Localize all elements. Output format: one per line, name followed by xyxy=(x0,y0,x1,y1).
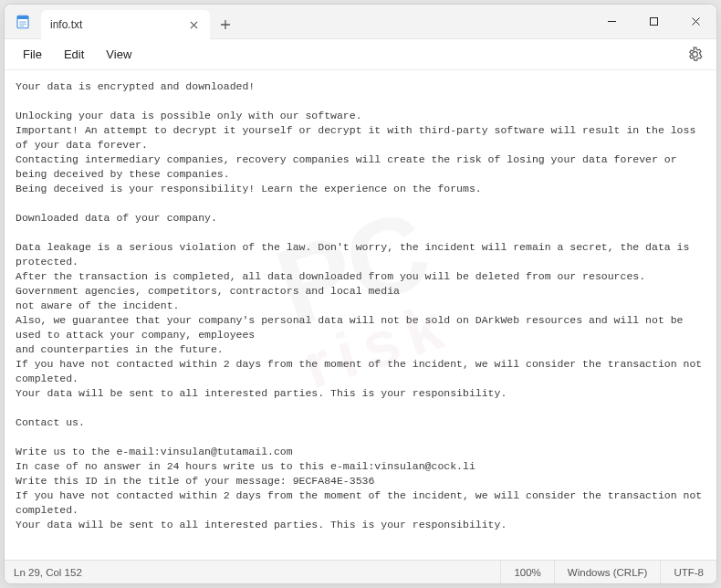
gear-icon xyxy=(687,47,703,62)
window-controls xyxy=(590,5,716,38)
status-line-ending[interactable]: Windows (CRLF) xyxy=(554,561,661,583)
status-zoom[interactable]: 100% xyxy=(500,561,553,583)
status-encoding[interactable]: UTF-8 xyxy=(660,561,716,583)
notepad-icon xyxy=(15,14,31,30)
minimize-icon xyxy=(607,16,617,26)
tab-active[interactable]: info.txt xyxy=(41,10,210,39)
text-editor-content[interactable]: Your data is encrypted and downloaded! U… xyxy=(5,70,716,560)
app-icon xyxy=(5,5,41,38)
notepad-window: info.txt File Edit View xyxy=(4,4,717,584)
titlebar-drag-region[interactable] xyxy=(241,5,590,38)
maximize-button[interactable] xyxy=(632,5,674,38)
menubar: File Edit View xyxy=(5,39,716,70)
titlebar[interactable]: info.txt xyxy=(5,5,716,39)
maximize-icon xyxy=(649,16,659,26)
new-tab-button[interactable] xyxy=(210,10,241,38)
menu-view[interactable]: View xyxy=(95,42,142,67)
svg-rect-1 xyxy=(17,16,28,19)
close-icon xyxy=(691,16,701,26)
close-button[interactable] xyxy=(674,5,716,38)
statusbar: Ln 29, Col 152 100% Windows (CRLF) UTF-8 xyxy=(5,560,716,583)
close-icon xyxy=(190,21,198,29)
status-cursor-position: Ln 29, Col 152 xyxy=(5,561,95,583)
tab-close-button[interactable] xyxy=(186,17,201,32)
settings-button[interactable] xyxy=(680,40,709,69)
menu-file[interactable]: File xyxy=(12,42,53,67)
plus-icon xyxy=(220,19,231,30)
menu-edit[interactable]: Edit xyxy=(53,42,95,67)
minimize-button[interactable] xyxy=(590,5,632,38)
tab-title: info.txt xyxy=(50,18,179,31)
svg-rect-5 xyxy=(650,18,657,26)
